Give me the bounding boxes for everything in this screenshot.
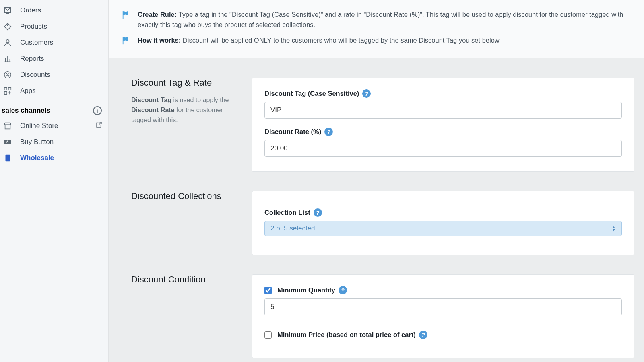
section-title: Discount Tag & Rate (131, 78, 236, 88)
section-discount-tag-rate: Discount Tag & Rate Discount Tag is used… (109, 58, 644, 172)
field-label: Discount Rate (%) ? (264, 128, 622, 136)
customers-icon (2, 38, 13, 47)
add-channel-button[interactable]: + (93, 106, 102, 115)
section-discounted-collections: Discounted Collections Collection List ?… (109, 172, 644, 255)
help-icon[interactable]: ? (324, 128, 333, 136)
section-title: Discounted Collections (131, 191, 236, 202)
sidebar-item-label: Wholesale (20, 154, 54, 162)
field-label: Discount Tag (Case Sensitive) ? (264, 89, 622, 98)
svg-rect-10 (6, 156, 9, 157)
sidebar-item-reports[interactable]: Reports (0, 51, 108, 67)
field-label: Minimum Quantity ? (264, 286, 622, 294)
external-link-icon[interactable] (95, 121, 103, 130)
sidebar-item-label: Customers (20, 39, 53, 47)
flag-icon (122, 36, 130, 48)
svg-point-0 (7, 25, 8, 25)
section-left: Discount Condition (131, 274, 236, 358)
apps-icon (2, 86, 13, 95)
svg-rect-7 (4, 92, 7, 94)
discounts-icon (2, 70, 13, 79)
label-text: Discount Rate (%) (264, 128, 321, 136)
notice-area: Create Rule: Type a tag in the "Discount… (109, 0, 644, 58)
products-icon (2, 22, 13, 31)
notice-create-rule: Create Rule: Type a tag in the "Discount… (122, 10, 626, 30)
help-icon[interactable]: ? (314, 208, 322, 217)
sidebar: Orders Products Customers Reports Discou… (0, 0, 109, 362)
help-icon[interactable]: ? (419, 331, 427, 339)
desc-strong: Discount Tag (131, 97, 171, 103)
sidebar-item-orders[interactable]: Orders (0, 2, 108, 19)
svg-point-4 (8, 76, 9, 76)
sales-channels-title: sales channels (2, 107, 50, 115)
discount-tag-input[interactable] (264, 102, 622, 119)
svg-rect-11 (6, 157, 9, 158)
field-min-price: Minimum Price (based on total price of c… (264, 331, 622, 339)
sidebar-channel-online-store[interactable]: Online Store (0, 117, 108, 134)
store-icon (2, 121, 13, 130)
notice-text: Type a tag in the "Discount Tag (Case Se… (138, 11, 623, 28)
select-arrows-icon: ▲▼ (612, 226, 616, 231)
help-icon[interactable]: ? (339, 286, 347, 294)
label-text: Minimum Price (based on total price of c… (277, 331, 416, 339)
label-text: Discount Tag (Case Sensitive) (264, 90, 359, 97)
sidebar-item-label: Discounts (20, 71, 50, 79)
sidebar-item-products[interactable]: Products (0, 19, 108, 35)
section-description: Discount Tag is used to apply the Discou… (131, 95, 236, 125)
svg-point-1 (6, 40, 9, 43)
help-icon[interactable]: ? (362, 89, 371, 98)
discount-rate-input[interactable] (264, 140, 622, 157)
field-discount-rate: Discount Rate (%) ? (264, 128, 622, 157)
sidebar-item-label: Buy Button (20, 138, 54, 146)
svg-point-3 (6, 73, 7, 74)
section-discount-condition: Discount Condition Minimum Quantity ? Mi… (109, 255, 644, 358)
sidebar-item-label: Orders (20, 6, 41, 14)
field-label: Collection List ? (264, 208, 622, 217)
desc-text: is used to apply the (171, 97, 229, 103)
min-price-checkbox[interactable] (264, 331, 272, 339)
main-content: Create Rule: Type a tag in the "Discount… (109, 0, 644, 362)
label-text: Minimum Quantity (277, 286, 335, 294)
min-quantity-checkbox[interactable] (264, 287, 272, 294)
notice-bold: How it works: (138, 37, 181, 44)
card-tag-rate: Discount Tag (Case Sensitive) ? Discount… (252, 78, 634, 172)
flag-icon (122, 10, 130, 22)
sidebar-item-label: Apps (20, 87, 36, 95)
svg-rect-6 (8, 88, 11, 90)
sidebar-item-label: Products (20, 23, 47, 31)
sidebar-item-label: Online Store (20, 122, 88, 130)
buy-button-icon (2, 138, 13, 146)
sidebar-channel-wholesale[interactable]: Wholesale (0, 150, 108, 166)
collection-select[interactable]: 2 of 5 selected ▲▼ (264, 221, 622, 236)
notice-bold: Create Rule: (138, 11, 177, 18)
field-collection-list: Collection List ? 2 of 5 selected ▲▼ (264, 208, 622, 236)
sidebar-channel-buy-button[interactable]: Buy Button (0, 134, 108, 150)
card-collections: Collection List ? 2 of 5 selected ▲▼ (252, 191, 634, 255)
notice-how-it-works: How it works: Discount will be applied O… (122, 35, 626, 48)
card-condition: Minimum Quantity ? Minimum Price (based … (252, 274, 634, 358)
field-min-quantity: Minimum Quantity ? (264, 286, 622, 315)
select-value: 2 of 5 selected (270, 224, 315, 232)
reports-icon (2, 54, 13, 63)
field-discount-tag: Discount Tag (Case Sensitive) ? (264, 89, 622, 119)
field-label: Minimum Price (based on total price of c… (264, 331, 622, 339)
sidebar-item-discounts[interactable]: Discounts (0, 67, 108, 83)
desc-strong: Discount Rate (131, 107, 175, 113)
section-title: Discount Condition (131, 274, 236, 285)
section-left: Discount Tag & Rate Discount Tag is used… (131, 78, 236, 172)
label-text: Collection List (264, 209, 310, 216)
wholesale-icon (2, 154, 13, 162)
sidebar-item-customers[interactable]: Customers (0, 35, 108, 51)
orders-icon (2, 6, 13, 15)
section-left: Discounted Collections (131, 191, 236, 255)
notice-text: Discount will be applied ONLY to the cus… (181, 37, 501, 44)
sidebar-item-apps[interactable]: Apps (0, 83, 108, 99)
svg-rect-5 (4, 88, 7, 90)
sidebar-item-label: Reports (20, 55, 44, 63)
sales-channels-header: sales channels + (0, 99, 108, 117)
min-quantity-input[interactable] (264, 298, 622, 315)
